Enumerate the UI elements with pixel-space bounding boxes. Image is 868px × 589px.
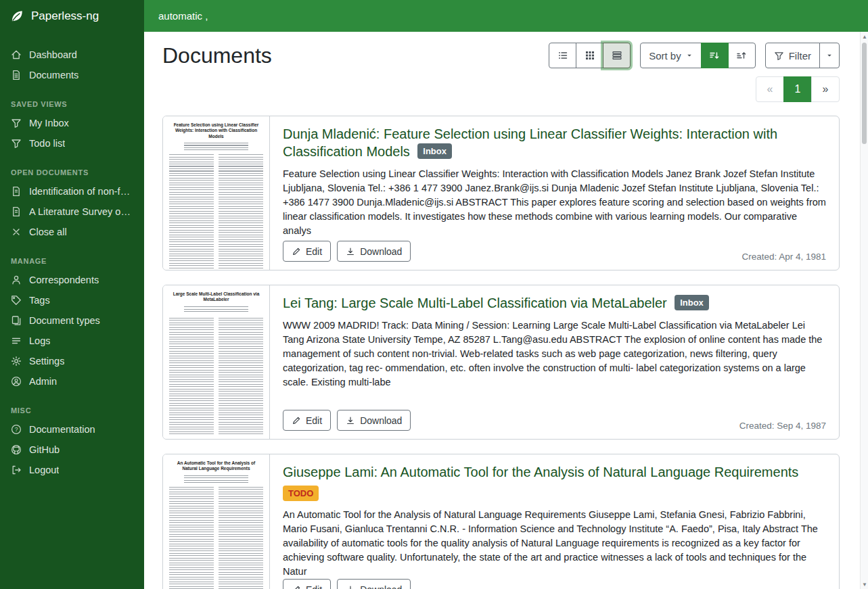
document-title-link[interactable]: Dunja Mladenić: Feature Selection using … (283, 126, 777, 159)
document-thumbnail[interactable]: Large Scale Multi-Label Classification v… (163, 285, 270, 439)
download-label: Download (360, 415, 402, 426)
sidebar-item-label: A Literature Survey on ... (29, 206, 133, 217)
sidebar-item-dashboard[interactable]: Dashboard (0, 45, 144, 65)
details-view-button[interactable] (603, 43, 631, 68)
gear-icon (11, 356, 22, 367)
pagination-next-button[interactable]: » (811, 76, 840, 102)
document-card-footer: Edit Download Created: Sep 4, 1987 (283, 410, 826, 431)
scroll-up-arrow[interactable]: ▲ (861, 32, 868, 41)
download-label: Download (360, 246, 402, 257)
sidebar-open-document-1[interactable]: Identification of non-fu... (0, 181, 144, 202)
svg-text:?: ? (15, 426, 18, 433)
pagination: « 1 » (162, 76, 840, 102)
list-view-button[interactable] (549, 43, 576, 68)
search-input[interactable]: automatic , (144, 0, 868, 32)
app-root: Paperless-ng Dashboard Documents SAVED V… (0, 0, 868, 589)
scroll-down-arrow[interactable]: ▼ (861, 580, 868, 588)
document-actions: Edit Download (283, 241, 411, 262)
sort-alpha-icon (736, 50, 747, 61)
filter-dropdown-toggle[interactable] (819, 43, 840, 68)
sidebar-item-github[interactable]: GitHub (0, 440, 144, 460)
grid-view-icon (585, 50, 595, 61)
download-button[interactable]: Download (337, 579, 411, 589)
details-view-icon (612, 50, 622, 61)
grid-view-button[interactable] (576, 43, 603, 68)
sidebar-item-tags[interactable]: Tags (0, 290, 144, 310)
thumbnail-title: Large Scale Multi-Label Classification v… (170, 291, 262, 303)
pagination-page-1-button[interactable]: 1 (783, 76, 812, 102)
list-icon (11, 335, 22, 346)
edit-label: Edit (306, 415, 322, 426)
main-content: Documents (144, 32, 860, 589)
edit-button[interactable]: Edit (283, 410, 331, 431)
sidebar-item-documents[interactable]: Documents (0, 65, 144, 85)
filter-label: Filter (789, 50, 811, 62)
edit-button[interactable]: Edit (283, 579, 331, 589)
sidebar-item-label: Identification of non-fu... (29, 186, 133, 197)
document-actions: Edit Download (283, 410, 411, 431)
file-icon (11, 186, 22, 197)
thumbnail-authors-lines (184, 475, 248, 483)
tag-badge-inbox[interactable]: Inbox (417, 143, 452, 159)
sidebar-item-my-inbox[interactable]: My Inbox (0, 113, 144, 133)
caret-down-icon (826, 52, 833, 59)
tag-badge-todo[interactable]: TODO (283, 486, 319, 501)
document-card-body: Dunja Mladenić: Feature Selection using … (270, 116, 839, 270)
tag-badge-inbox[interactable]: Inbox (675, 295, 709, 310)
document-thumbnail[interactable]: Feature Selection using Linear Classifie… (163, 116, 270, 270)
caret-down-icon (686, 52, 693, 59)
scrollbar-thumb[interactable] (862, 43, 867, 144)
sidebar-item-todo-list[interactable]: Todo list (0, 133, 144, 154)
created-date: Created: Sep 4, 1987 (739, 421, 826, 431)
thumbnail-text-lines (169, 318, 263, 436)
filter-button[interactable]: Filter (765, 43, 820, 68)
logout-icon (11, 465, 22, 475)
sidebar-section-heading: MANAGE (11, 257, 133, 265)
sidebar-item-label: Documents (29, 70, 78, 80)
funnel-icon (11, 118, 22, 128)
sidebar-item-label: Dashboard (29, 49, 77, 60)
document-excerpt: Feature Selection using Linear Classifie… (283, 167, 826, 238)
sidebar-item-logs[interactable]: Logs (0, 331, 144, 351)
sidebar-item-document-types[interactable]: Document types (0, 310, 144, 331)
download-button[interactable]: Download (337, 410, 411, 431)
pencil-icon (292, 247, 301, 256)
document-title-link[interactable]: Giuseppe Lami: An Automatic Tool for the… (283, 465, 798, 479)
sidebar-item-close-all[interactable]: Close all (0, 222, 144, 242)
sidebar: Paperless-ng Dashboard Documents SAVED V… (0, 0, 144, 589)
sidebar-item-admin[interactable]: Admin (0, 371, 144, 392)
sidebar-item-label: My Inbox (29, 118, 69, 128)
sidebar-item-documentation[interactable]: ? Documentation (0, 419, 144, 440)
sidebar-item-logout[interactable]: Logout (0, 460, 144, 480)
download-icon (346, 585, 355, 589)
vertical-scrollbar[interactable]: ▲ ▼ (860, 32, 868, 589)
sidebar-section-heading: MISC (11, 406, 133, 415)
github-icon (11, 444, 22, 455)
document-excerpt: WWW 2009 MADRID! Track: Data Mining / Se… (283, 319, 826, 390)
app-logo-link[interactable]: Paperless-ng (0, 0, 144, 32)
document-title-link[interactable]: Lei Tang: Large Scale Multi-Label Classi… (283, 296, 667, 310)
document-card-body: Lei Tang: Large Scale Multi-Label Classi… (270, 285, 839, 439)
sort-alphabetical-button[interactable] (728, 43, 756, 68)
funnel-icon (11, 138, 22, 149)
sidebar-item-label: Logs (29, 335, 50, 346)
close-icon (11, 227, 22, 237)
sidebar-item-settings[interactable]: Settings (0, 351, 144, 371)
edit-button[interactable]: Edit (283, 241, 331, 262)
sidebar-open-document-2[interactable]: A Literature Survey on ... (0, 202, 144, 222)
thumbnail-text-lines (169, 154, 263, 270)
sidebar-item-correspondents[interactable]: Correspondents (0, 270, 144, 290)
stacked-files-icon (11, 315, 22, 326)
document-title-row: Giuseppe Lami: An Automatic Tool for the… (283, 463, 826, 481)
sidebar-section-heading: SAVED VIEWS (11, 100, 133, 108)
house-icon (11, 49, 22, 60)
sort-direction-descending-button[interactable] (701, 43, 729, 68)
document-card-body: Giuseppe Lami: An Automatic Tool for the… (270, 454, 839, 589)
document-thumbnail[interactable]: An Automatic Tool for the Analysis of Na… (163, 454, 270, 589)
funnel-icon (774, 51, 784, 61)
pagination-previous-button[interactable]: « (756, 76, 784, 102)
document-card-footer: Edit Download (283, 579, 826, 589)
sort-by-dropdown[interactable]: Sort by (640, 43, 702, 68)
sidebar-item-label: Logout (29, 465, 59, 475)
download-button[interactable]: Download (337, 241, 411, 262)
